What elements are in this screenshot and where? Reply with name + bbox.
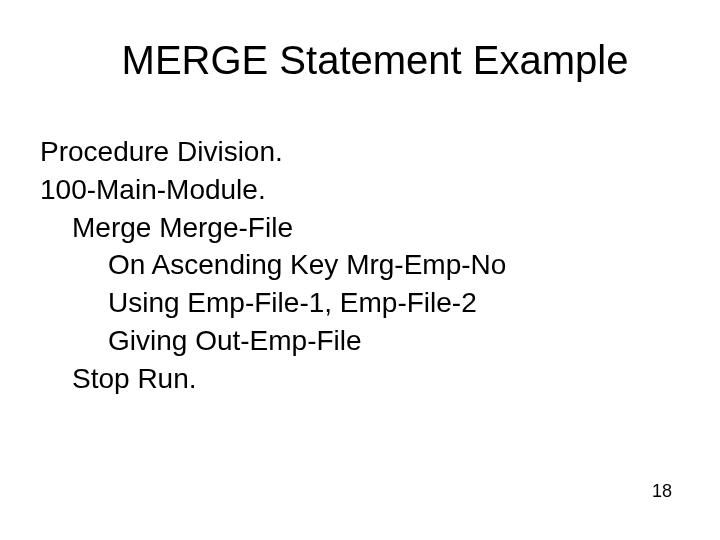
code-line: Procedure Division. bbox=[40, 133, 680, 171]
code-line: Stop Run. bbox=[40, 360, 680, 398]
code-line: Giving Out-Emp-File bbox=[40, 322, 680, 360]
slide: MERGE Statement Example Procedure Divisi… bbox=[0, 0, 720, 540]
code-line: On Ascending Key Mrg-Emp-No bbox=[40, 246, 680, 284]
page-number: 18 bbox=[652, 481, 672, 502]
slide-title: MERGE Statement Example bbox=[40, 38, 680, 83]
code-line: Merge Merge-File bbox=[40, 209, 680, 247]
code-block: Procedure Division. 100-Main-Module. Mer… bbox=[40, 133, 680, 398]
code-line: Using Emp-File-1, Emp-File-2 bbox=[40, 284, 680, 322]
code-line: 100-Main-Module. bbox=[40, 171, 680, 209]
